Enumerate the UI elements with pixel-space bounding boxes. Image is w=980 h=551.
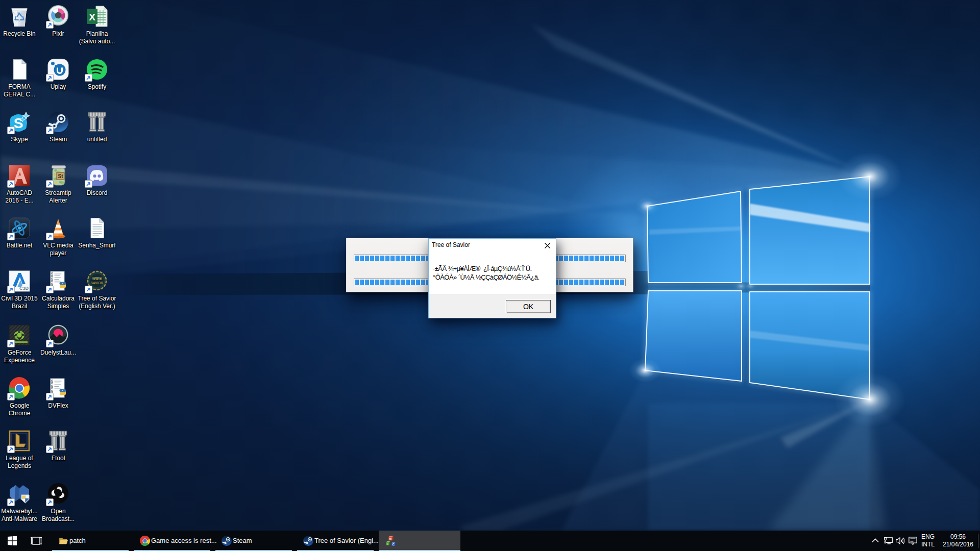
svg-text:F: F xyxy=(387,542,388,545)
svg-text:S: S xyxy=(14,115,23,131)
svg-text:C: C xyxy=(393,543,395,546)
svg-text:St: St xyxy=(58,173,64,179)
svg-text:X: X xyxy=(89,12,95,22)
svg-text:TREE: TREE xyxy=(92,277,102,281)
svg-text:SAVIOR: SAVIOR xyxy=(91,281,104,285)
svg-text:M: M xyxy=(389,537,391,540)
svg-text:C3D: C3D xyxy=(19,286,29,291)
